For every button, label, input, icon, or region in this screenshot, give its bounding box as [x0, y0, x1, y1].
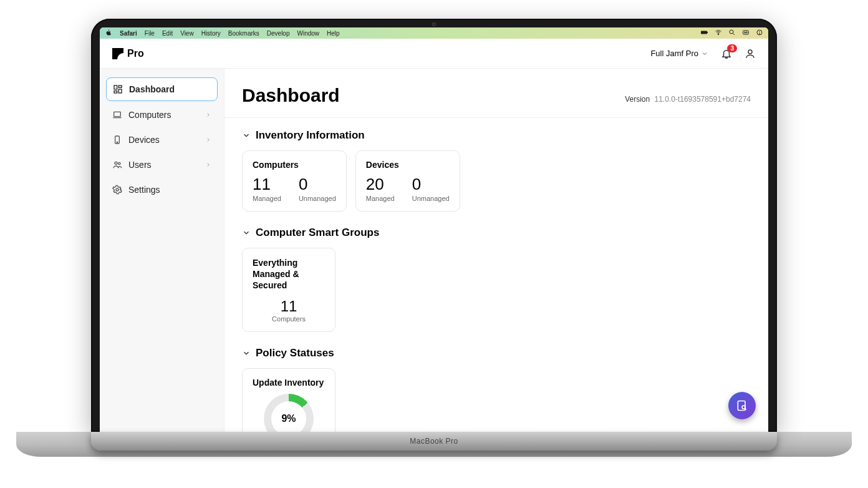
- smart-group-count: 11: [253, 298, 325, 315]
- smart-group-unit: Computers: [253, 315, 325, 323]
- inventory-section: Inventory Information Computers 11 Manag…: [224, 118, 768, 215]
- app-header: Pro Full Jamf Pro 3: [100, 39, 768, 69]
- svg-rect-1: [707, 32, 708, 33]
- sidebar-item-computers[interactable]: Computers: [106, 104, 218, 126]
- devices-card-title: Devices: [366, 160, 450, 170]
- notifications-button[interactable]: 3: [721, 48, 732, 59]
- smart-groups-toggle[interactable]: Computer Smart Groups: [242, 227, 751, 239]
- computers-card[interactable]: Computers 11 Managed 0 Unmanaged: [242, 150, 347, 212]
- policy-section-toggle[interactable]: Policy Statuses: [242, 347, 751, 359]
- svg-rect-15: [114, 91, 117, 93]
- svg-rect-12: [114, 85, 117, 89]
- gear-icon: [112, 185, 122, 195]
- svg-rect-16: [114, 112, 121, 116]
- smart-group-card-title: Everything Managed & Secured: [253, 257, 325, 291]
- profile-button[interactable]: [745, 48, 756, 59]
- sidebar-item-label: Settings: [128, 185, 160, 195]
- dashboard-icon: [113, 84, 123, 94]
- computers-managed-label: Managed: [253, 195, 281, 202]
- user-icon: [745, 48, 756, 59]
- camera-dot: [432, 22, 436, 26]
- devices-managed-count: 20: [366, 176, 395, 192]
- chevron-down-icon: [242, 228, 251, 237]
- laptop-base: MacBook Pro: [91, 432, 777, 451]
- account-dropdown[interactable]: Full Jamf Pro: [650, 49, 708, 58]
- chevron-down-icon: [242, 349, 251, 358]
- menubar-item-develop[interactable]: Develop: [267, 30, 290, 37]
- svg-rect-14: [118, 89, 122, 93]
- sidebar-item-dashboard[interactable]: Dashboard: [106, 77, 218, 101]
- sidebar-item-label: Devices: [128, 135, 160, 145]
- menubar-item-window[interactable]: Window: [297, 30, 320, 37]
- search-doc-icon: [736, 399, 748, 412]
- menubar-extra-icon[interactable]: [756, 29, 763, 37]
- search-assistant-fab[interactable]: [728, 392, 756, 419]
- battery-icon[interactable]: [701, 29, 708, 37]
- version-number: 11.0.0-t1693578591+bd7274: [655, 95, 751, 104]
- menubar-item-edit[interactable]: Edit: [162, 30, 173, 37]
- menubar-item-file[interactable]: File: [145, 30, 155, 37]
- svg-point-6: [745, 32, 746, 33]
- logo-text: Pro: [127, 48, 144, 59]
- version-info: Version 11.0.0-t1693578591+bd7274: [625, 95, 751, 104]
- app-body: Dashboard Computers Devices Users: [100, 69, 768, 432]
- svg-point-3: [730, 30, 733, 34]
- svg-point-7: [746, 32, 748, 33]
- svg-rect-13: [118, 85, 122, 87]
- apple-icon[interactable]: [105, 29, 112, 37]
- svg-point-24: [742, 406, 745, 409]
- users-icon: [112, 160, 122, 170]
- policy-card-title: Update Inventory: [253, 378, 325, 388]
- inventory-section-toggle[interactable]: Inventory Information: [242, 129, 751, 142]
- computers-unmanaged-label: Unmanaged: [299, 195, 336, 202]
- sidebar-item-label: Dashboard: [129, 84, 175, 94]
- page-title: Dashboard: [242, 85, 340, 106]
- smart-group-card[interactable]: Everything Managed & Secured 11 Computer…: [242, 248, 335, 332]
- control-center-icon[interactable]: [742, 29, 750, 37]
- app-logo[interactable]: Pro: [112, 48, 144, 59]
- inventory-title: Inventory Information: [256, 129, 365, 142]
- laptop-bezel: Safari File Edit View History Bookmarks …: [91, 19, 777, 432]
- policy-donut-value: 9%: [271, 401, 306, 432]
- menubar-item-history[interactable]: History: [201, 30, 221, 37]
- menubar-item-help[interactable]: Help: [327, 30, 340, 37]
- svg-point-22: [116, 188, 118, 191]
- svg-point-11: [748, 50, 752, 54]
- devices-unmanaged-label: Unmanaged: [412, 195, 450, 202]
- version-label: Version: [625, 95, 650, 104]
- logo-mark-icon: [112, 48, 123, 59]
- devices-managed-label: Managed: [366, 195, 395, 202]
- policy-card[interactable]: Update Inventory 9%: [242, 368, 335, 432]
- policy-donut-chart: 9%: [264, 394, 314, 432]
- devices-unmanaged-count: 0: [412, 176, 450, 192]
- sidebar-item-settings[interactable]: Settings: [106, 178, 218, 201]
- sidebar-item-label: Users: [128, 160, 152, 170]
- chevron-right-icon: [205, 162, 211, 168]
- chevron-down-icon: [701, 50, 708, 57]
- menubar-item-bookmarks[interactable]: Bookmarks: [228, 30, 259, 37]
- svg-point-10: [760, 34, 760, 34]
- policy-section: Policy Statuses Update Inventory 9%: [224, 336, 768, 432]
- page-header: Dashboard Version 11.0.0-t1693578591+bd7…: [224, 69, 768, 118]
- svg-point-21: [118, 162, 120, 164]
- svg-rect-0: [701, 31, 707, 34]
- chevron-right-icon: [205, 137, 211, 143]
- sidebar: Dashboard Computers Devices Users: [100, 69, 224, 432]
- sidebar-item-devices[interactable]: Devices: [106, 129, 218, 151]
- computers-unmanaged-count: 0: [299, 176, 336, 192]
- smart-groups-title: Computer Smart Groups: [256, 227, 379, 239]
- chevron-right-icon: [205, 112, 211, 118]
- screen: Safari File Edit View History Bookmarks …: [100, 27, 768, 432]
- laptop-icon: [112, 110, 122, 120]
- chevron-down-icon: [242, 131, 251, 140]
- search-icon[interactable]: [728, 29, 736, 37]
- computers-managed-count: 11: [253, 176, 281, 192]
- menubar-item-view[interactable]: View: [180, 30, 194, 37]
- devices-card[interactable]: Devices 20 Managed 0 Unmanaged: [355, 150, 460, 212]
- menubar-app-name[interactable]: Safari: [120, 30, 137, 37]
- sidebar-item-users[interactable]: Users: [106, 154, 218, 176]
- wifi-icon[interactable]: [715, 29, 722, 37]
- svg-point-19: [117, 142, 117, 142]
- device-icon: [112, 135, 122, 145]
- policy-title: Policy Statuses: [256, 347, 334, 359]
